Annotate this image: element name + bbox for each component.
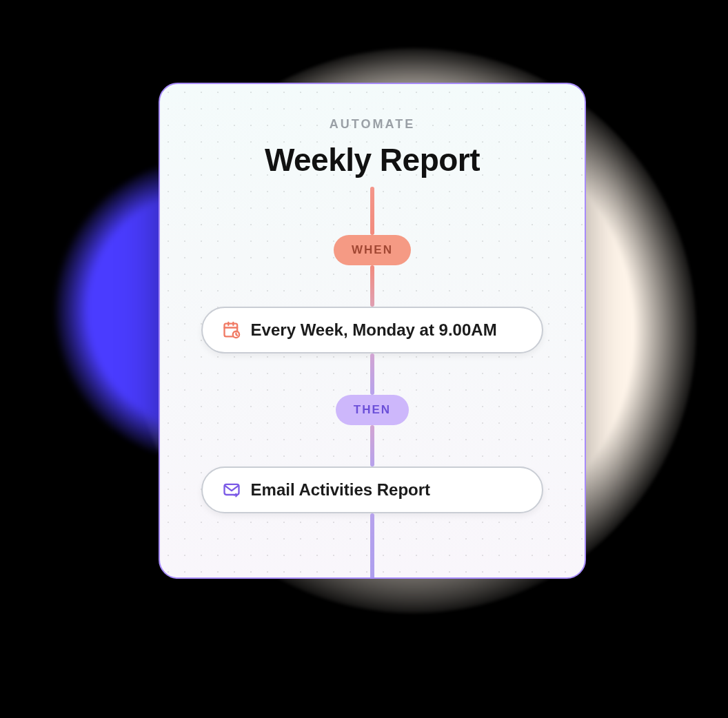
connector-line bbox=[370, 265, 374, 307]
connector-line bbox=[370, 425, 374, 466]
connector-line bbox=[370, 353, 374, 395]
section-label: AUTOMATE bbox=[330, 117, 415, 132]
connector-line bbox=[370, 513, 374, 579]
connector-line bbox=[370, 187, 374, 235]
calendar-clock-icon bbox=[222, 320, 241, 340]
svg-rect-5 bbox=[224, 484, 239, 495]
action-pill[interactable]: Email Activities Report bbox=[201, 466, 544, 513]
mail-forward-icon bbox=[222, 480, 241, 500]
automation-card: AUTOMATE Weekly Report WHEN Every Week, … bbox=[159, 83, 586, 579]
then-badge: THEN bbox=[336, 395, 409, 425]
card-title: Weekly Report bbox=[265, 141, 480, 178]
action-text: Email Activities Report bbox=[251, 480, 431, 500]
when-badge: WHEN bbox=[334, 235, 411, 265]
trigger-text: Every Week, Monday at 9.00AM bbox=[251, 320, 497, 340]
trigger-pill[interactable]: Every Week, Monday at 9.00AM bbox=[201, 307, 544, 353]
